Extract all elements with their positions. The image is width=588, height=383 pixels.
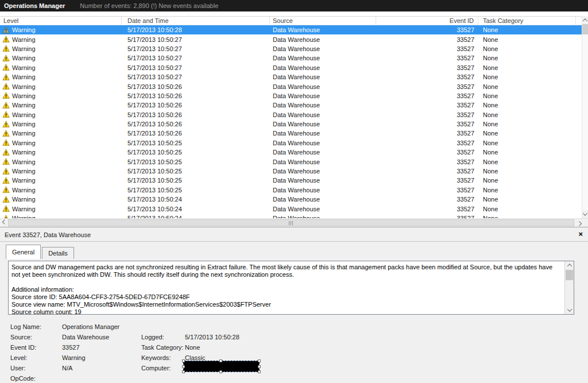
vertical-scrollbar[interactable] <box>582 16 588 218</box>
table-row[interactable]: Warning 5/17/2013 10:50:26 Data Warehous… <box>0 100 582 110</box>
horizontal-scrollbar-thumb[interactable] <box>8 219 574 226</box>
selection-handle[interactable] <box>182 365 185 368</box>
scroll-left-button[interactable] <box>1 219 8 227</box>
field-row: Event ID: 33527 Task Category: None <box>0 342 588 353</box>
table-row[interactable]: Warning 5/17/2013 10:50:24 Data Warehous… <box>0 204 582 213</box>
level-text: Warning <box>12 196 36 203</box>
task-category-cell: None <box>478 45 576 52</box>
description-scroll-down-button[interactable] <box>565 306 574 314</box>
description-scroll-up-button[interactable] <box>565 261 574 269</box>
table-row[interactable]: Warning 5/17/2013 10:50:27 Data Warehous… <box>0 44 582 53</box>
table-row[interactable]: Warning 5/17/2013 10:50:25 Data Warehous… <box>0 176 582 185</box>
tab-details[interactable]: Details <box>42 247 74 259</box>
event-id-cell: 33527 <box>376 149 478 156</box>
column-header-level[interactable]: Level <box>0 17 122 25</box>
warning-icon <box>2 186 10 194</box>
task-category-cell: None <box>478 158 576 165</box>
table-row[interactable]: Warning 5/17/2013 10:50:28 Data Warehous… <box>0 25 582 34</box>
task-category-cell: None <box>478 111 576 118</box>
warning-icon <box>2 177 10 184</box>
selection-handle[interactable] <box>258 365 261 368</box>
column-header-task-category[interactable]: Task Category <box>478 17 576 25</box>
source-label: Source: <box>10 334 32 341</box>
event-id-cell: 33527 <box>376 177 478 184</box>
source-cell: Data Warehouse <box>270 121 376 127</box>
table-row[interactable]: Warning 5/17/2013 10:50:26 Data Warehous… <box>0 119 582 129</box>
column-header-date-and-time[interactable]: Date and Time <box>122 17 270 25</box>
selection-handle[interactable] <box>182 359 185 362</box>
level-text: Warning <box>12 130 36 137</box>
event-id-cell: 33527 <box>376 140 478 146</box>
source-cell: Data Warehouse <box>270 158 376 165</box>
level-text: Warning <box>12 45 36 52</box>
task-category-cell: None <box>478 121 576 127</box>
table-row[interactable]: Warning 5/17/2013 10:50:24 Data Warehous… <box>0 195 582 204</box>
chevron-up-icon <box>583 18 587 23</box>
source-cell: Data Warehouse <box>270 45 376 52</box>
scroll-up-button[interactable] <box>582 16 588 24</box>
table-row[interactable]: Warning 5/17/2013 10:50:27 Data Warehous… <box>0 63 582 72</box>
table-row[interactable]: Warning 5/17/2013 10:50:25 Data Warehous… <box>0 157 582 166</box>
task-category-cell: None <box>478 187 576 194</box>
selection-handle[interactable] <box>258 370 261 373</box>
close-icon[interactable]: × <box>578 230 583 238</box>
task-category-cell: None <box>478 102 576 109</box>
table-row[interactable]: Warning 5/17/2013 10:50:27 Data Warehous… <box>0 53 582 63</box>
source-cell: Data Warehouse <box>270 73 376 80</box>
scroll-right-button[interactable] <box>575 219 583 227</box>
computer-redaction-box[interactable] <box>183 361 260 372</box>
table-row[interactable]: Warning 5/17/2013 10:50:27 Data Warehous… <box>0 34 582 44</box>
level-cell: Warning <box>0 149 122 156</box>
table-row[interactable]: Warning 5/17/2013 10:50:26 Data Warehous… <box>0 82 582 91</box>
event-id-cell: 33527 <box>376 168 478 175</box>
app-title: Operations Manager <box>4 2 65 9</box>
horizontal-scrollbar[interactable] <box>0 218 588 227</box>
table-row[interactable]: Warning 5/17/2013 10:50:27 Data Warehous… <box>0 72 582 82</box>
description-line: Source view name: MTV_Microsoft$Windows$… <box>11 301 563 308</box>
selection-handle[interactable] <box>219 370 222 373</box>
description-scrollbar[interactable] <box>564 261 574 314</box>
logged-label: Logged: <box>141 334 164 341</box>
vertical-scrollbar-thumb[interactable] <box>582 24 588 34</box>
selection-handle[interactable] <box>258 359 261 362</box>
column-header-source[interactable]: Source <box>270 17 376 25</box>
warning-icon <box>2 26 10 34</box>
datetime-cell: 5/17/2013 10:50:25 <box>122 158 270 165</box>
scroll-down-button[interactable] <box>582 210 588 218</box>
chevron-up-icon <box>567 264 571 268</box>
table-row[interactable]: Warning 5/17/2013 10:50:25 Data Warehous… <box>0 167 582 176</box>
datetime-cell: 5/17/2013 10:50:26 <box>122 83 270 90</box>
event-id-value: 33527 <box>62 344 80 351</box>
task-category-cell: None <box>478 140 576 146</box>
source-cell: Data Warehouse <box>270 196 376 203</box>
tab-general[interactable]: General <box>6 245 41 259</box>
table-row[interactable]: Warning 5/17/2013 10:50:26 Data Warehous… <box>0 91 582 100</box>
level-text: Warning <box>12 26 36 33</box>
table-row[interactable]: Warning 5/17/2013 10:50:24 Data Warehous… <box>0 214 582 218</box>
task-category-cell: None <box>478 149 576 156</box>
level-text: Warning <box>12 140 36 146</box>
event-id-label: Event ID: <box>10 344 36 351</box>
level-cell: Warning <box>0 55 122 62</box>
table-row[interactable]: Warning 5/17/2013 10:50:25 Data Warehous… <box>0 138 582 148</box>
table-row[interactable]: Warning 5/17/2013 10:50:26 Data Warehous… <box>0 129 582 138</box>
log-name-label: Log Name: <box>10 323 41 330</box>
datetime-cell: 5/17/2013 10:50:25 <box>122 140 270 146</box>
selection-handle[interactable] <box>182 370 185 373</box>
description-scrollbar-thumb[interactable] <box>566 270 573 280</box>
selection-handle[interactable] <box>219 359 222 362</box>
datetime-cell: 5/17/2013 10:50:25 <box>122 168 270 175</box>
table-row[interactable]: Warning 5/17/2013 10:50:26 Data Warehous… <box>0 110 582 119</box>
event-rows: Warning 5/17/2013 10:50:28 Data Warehous… <box>0 25 582 218</box>
task-category-cell: None <box>478 26 576 33</box>
level-text: Warning <box>12 102 36 109</box>
event-detail-fields: Log Name: Operations Manager Source: Dat… <box>0 322 588 383</box>
level-text: Warning <box>12 73 36 80</box>
column-header-event-id[interactable]: Event ID <box>376 17 478 25</box>
table-row[interactable]: Warning 5/17/2013 10:50:25 Data Warehous… <box>0 148 582 157</box>
level-cell: Warning <box>0 36 122 43</box>
table-row[interactable]: Warning 5/17/2013 10:50:25 Data Warehous… <box>0 185 582 195</box>
computer-label: Computer: <box>141 365 171 372</box>
level-text: Warning <box>12 64 36 71</box>
event-count-status: Number of events: 2,890 (!) New events a… <box>80 2 218 9</box>
